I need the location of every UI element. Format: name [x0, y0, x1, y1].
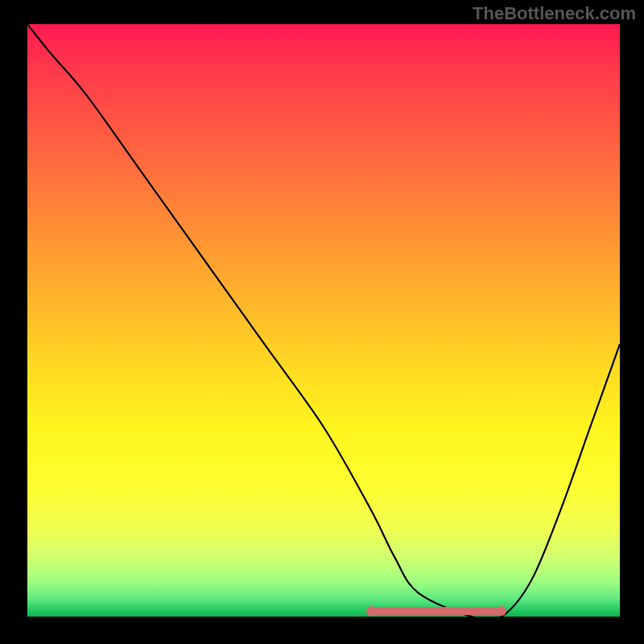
bottleneck-curve-svg — [27, 24, 620, 617]
optimal-range-start-dot — [366, 606, 376, 616]
bottleneck-curve-line — [27, 24, 620, 617]
optimal-range-band — [371, 607, 502, 615]
chart-plot-area — [27, 24, 620, 617]
watermark-text: TheBottleneck.com — [473, 3, 636, 24]
optimal-range-end-dot — [497, 606, 506, 616]
